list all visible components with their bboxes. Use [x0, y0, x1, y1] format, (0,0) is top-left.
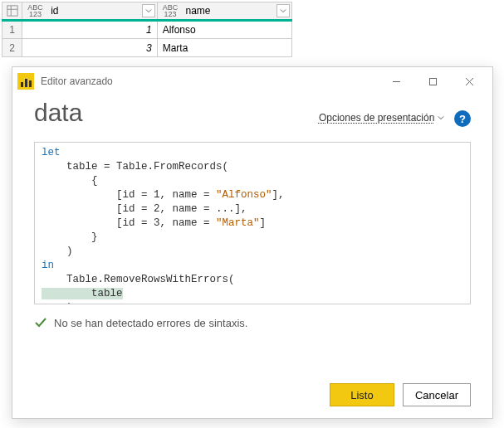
syntax-status: No se han detectado errores de sintaxis.: [34, 316, 471, 329]
table-row[interactable]: 1 1 Alfonso: [2, 21, 292, 39]
close-button[interactable]: [451, 69, 487, 94]
query-name-heading: data: [34, 99, 82, 127]
cell-id[interactable]: 3: [22, 39, 157, 57]
cancel-button[interactable]: Cancelar: [403, 383, 471, 406]
row-index: 1: [2, 21, 22, 39]
column-name: name: [184, 5, 211, 17]
code-editor[interactable]: let table = Table.FromRecords( { [id = 1…: [34, 142, 471, 304]
column-name: id: [49, 5, 58, 17]
cell-id[interactable]: 1: [22, 21, 157, 39]
table-corner-icon[interactable]: [2, 2, 22, 21]
powerbi-icon: [17, 73, 34, 90]
svg-rect-0: [7, 6, 17, 16]
checkmark-icon: [34, 316, 47, 329]
cell-name[interactable]: Marta: [157, 39, 291, 57]
maximize-button[interactable]: [414, 69, 451, 94]
advanced-editor-dialog: Editor avanzado data Opciones de present…: [12, 66, 493, 419]
column-header-name[interactable]: ABC 123 name: [157, 2, 291, 21]
dialog-titlebar[interactable]: Editor avanzado: [12, 67, 492, 95]
minimize-button[interactable]: [378, 69, 414, 94]
display-options-dropdown[interactable]: Opciones de presentación: [319, 112, 444, 124]
column-filter-dropdown[interactable]: [276, 4, 290, 17]
done-button[interactable]: Listo: [330, 383, 394, 406]
any-type-icon: ABC 123: [22, 4, 46, 17]
svg-rect-4: [429, 78, 436, 85]
cell-name[interactable]: Alfonso: [157, 21, 291, 39]
data-grid[interactable]: ABC 123 id ABC 123 name 1: [2, 2, 292, 57]
row-index: 2: [2, 39, 22, 57]
column-filter-dropdown[interactable]: [142, 4, 155, 17]
syntax-status-text: No se han detectado errores de sintaxis.: [54, 317, 247, 329]
column-header-id[interactable]: ABC 123 id: [22, 2, 157, 21]
table-row[interactable]: 2 3 Marta: [2, 39, 292, 57]
help-icon[interactable]: ?: [454, 110, 471, 127]
any-type-icon: ABC 123: [158, 4, 182, 17]
dialog-title-text: Editor avanzado: [41, 75, 113, 87]
